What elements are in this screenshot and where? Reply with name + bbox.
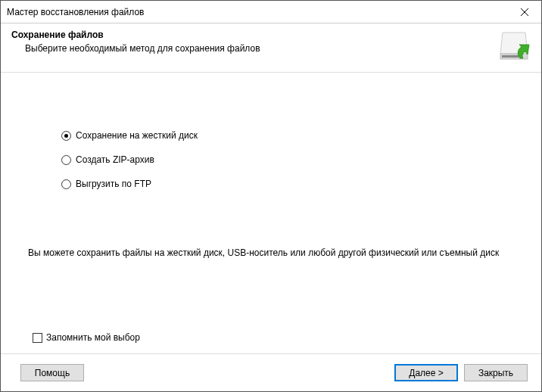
window-close-button[interactable] <box>508 1 541 23</box>
svg-rect-3 <box>502 55 519 58</box>
titlebar: Мастер восстановления файлов <box>1 1 541 23</box>
wizard-header: Сохранение файлов Выберите необходимый м… <box>1 23 541 73</box>
next-button[interactable]: Далее > <box>394 364 458 381</box>
header-text: Сохранение файлов Выберите необходимый м… <box>11 30 497 54</box>
page-subtitle: Выберите необходимый метод для сохранени… <box>11 43 497 54</box>
save-method-radio-group: Сохранение на жесткий диск Создать ZIP-а… <box>61 130 514 203</box>
radio-label: Выгрузить по FTP <box>76 179 151 189</box>
page-title: Сохранение файлов <box>11 30 497 40</box>
checkbox-icon <box>33 333 42 343</box>
help-button[interactable]: Помощь <box>20 364 84 381</box>
radio-create-zip[interactable]: Создать ZIP-архив <box>61 154 514 165</box>
radio-label: Создать ZIP-архив <box>76 154 154 165</box>
remember-choice-checkbox[interactable]: Запомнить мой выбор <box>33 332 140 343</box>
wizard-window: Мастер восстановления файлов Сохранение … <box>0 0 542 392</box>
close-button[interactable]: Закрыть <box>464 364 528 381</box>
window-title: Мастер восстановления файлов <box>7 7 508 17</box>
drive-recovery-icon <box>497 30 531 61</box>
radio-icon <box>61 179 71 189</box>
close-icon <box>521 8 528 16</box>
method-description: Вы можете сохранить файлы на жесткий дис… <box>28 247 514 260</box>
radio-upload-ftp[interactable]: Выгрузить по FTP <box>61 179 514 189</box>
radio-icon <box>61 155 71 165</box>
wizard-footer: Помощь Далее > Закрыть <box>1 353 541 391</box>
radio-save-to-disk[interactable]: Сохранение на жесткий диск <box>61 130 514 141</box>
wizard-content: Сохранение на жесткий диск Создать ZIP-а… <box>1 73 541 353</box>
checkbox-label: Запомнить мой выбор <box>46 332 140 343</box>
radio-icon <box>61 131 71 141</box>
radio-label: Сохранение на жесткий диск <box>76 130 198 141</box>
